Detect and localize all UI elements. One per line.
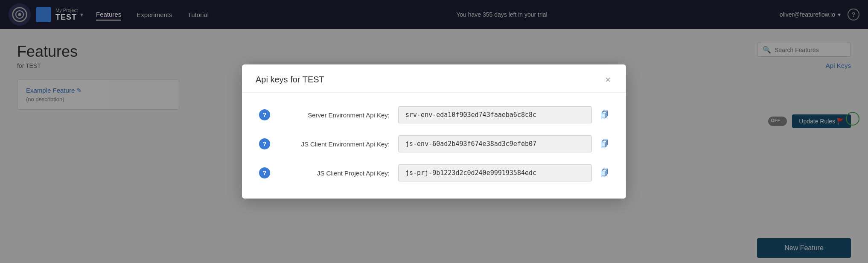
js-client-key-value: js-env-60ad2b493f674e38ad3c9efeb07 [398,135,592,152]
modal-header: Api keys for TEST × [242,64,626,93]
js-client-key-copy-icon[interactable]: 🗐 [600,139,609,149]
js-client-key-label: JS Client Environment Api Key: [279,140,390,148]
js-project-api-key-row: ? JS Client Project Api Key: js-prj-9b12… [259,164,609,181]
js-project-key-value: js-prj-9b1223d2c0d240e999193584edc [398,164,592,181]
modal-title: Api keys for TEST [256,75,324,85]
js-project-key-copy-icon[interactable]: 🗐 [600,168,609,178]
server-key-value: srv-env-eda10f903ed743faaeba6c8c8c [398,106,592,123]
api-keys-modal: Api keys for TEST × ? Server Environment… [242,64,626,199]
modal-overlay[interactable]: Api keys for TEST × ? Server Environment… [0,0,868,263]
js-client-api-key-row: ? JS Client Environment Api Key: js-env-… [259,135,609,152]
js-client-key-help-icon[interactable]: ? [259,138,270,149]
js-project-key-help-icon[interactable]: ? [259,167,270,178]
server-key-copy-icon[interactable]: 🗐 [600,110,609,120]
js-project-key-label: JS Client Project Api Key: [279,169,390,177]
server-key-label: Server Environment Api Key: [279,111,390,119]
modal-close-button[interactable]: × [603,75,612,85]
server-api-key-row: ? Server Environment Api Key: srv-env-ed… [259,106,609,123]
modal-body: ? Server Environment Api Key: srv-env-ed… [242,93,626,199]
server-key-help-icon[interactable]: ? [259,109,270,120]
